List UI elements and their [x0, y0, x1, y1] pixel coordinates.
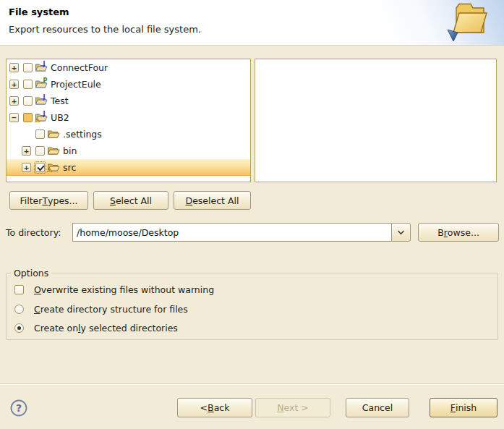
option-label: Create only selected directories [34, 323, 178, 334]
tree-row[interactable]: .settings [7, 126, 250, 143]
svg-text:P: P [43, 77, 48, 84]
footer-separator [0, 383, 504, 385]
options-group: Options Overwrite existing files without… [6, 273, 498, 340]
checkbox-grayed[interactable] [23, 113, 33, 122]
button-label: elect All [116, 195, 152, 206]
button-label: < [200, 402, 208, 413]
svg-text:?: ? [16, 402, 22, 414]
page-subtitle: Export resources to the local file syste… [9, 24, 201, 35]
create-structure-option[interactable]: Create directory structure for files [14, 304, 188, 315]
java-project-folder-warning-icon: J [35, 111, 48, 124]
tree-item-label: ProjectEule [51, 79, 101, 90]
to-directory-label: To directory: [6, 227, 61, 238]
button-label: eselect All [192, 195, 239, 206]
folder-icon [47, 144, 60, 158]
export-folder-icon [447, 1, 487, 46]
button-label: B [208, 402, 214, 413]
help-button[interactable]: ? [9, 399, 28, 417]
checkbox[interactable] [14, 285, 24, 294]
expand-icon[interactable]: + [22, 146, 31, 156]
button-label: ypes... [48, 195, 77, 206]
button-label: Filter [20, 195, 42, 206]
svg-text:J: J [43, 61, 46, 67]
folder-warning-icon [47, 161, 60, 174]
tree-row[interactable]: + J ConnectFour [7, 59, 250, 76]
back-button[interactable]: < Back [177, 398, 252, 417]
checkbox-checked[interactable] [35, 163, 45, 172]
checkbox[interactable] [35, 129, 45, 139]
radio-button[interactable] [14, 305, 24, 314]
tree-item-label: ConnectFour [51, 62, 108, 73]
tree-row-selected[interactable]: + src [7, 159, 250, 176]
tree-row[interactable]: + bin [7, 143, 250, 159]
help-icon: ? [9, 399, 28, 417]
deselect-all-button[interactable]: Deselect All [174, 191, 251, 210]
tree-item-label: .settings [63, 129, 102, 140]
overwrite-option[interactable]: Overwrite existing files without warning [14, 284, 214, 295]
wizard-header: File system Export resources to the loca… [0, 0, 504, 46]
tree-item-label: UB2 [51, 112, 69, 123]
button-label: ack [214, 402, 230, 413]
button-label: Cancel [362, 402, 393, 413]
folder-icon [47, 127, 60, 141]
expand-icon[interactable]: + [9, 80, 19, 89]
button-label: B [437, 227, 444, 238]
button-label: T [42, 195, 48, 206]
option-label: Overwrite existing files without warning [34, 284, 214, 295]
java-project-folder-icon: J [35, 61, 48, 75]
checkbox[interactable] [35, 146, 45, 156]
checkbox[interactable] [23, 80, 33, 89]
button-label: N [277, 402, 283, 413]
combo-dropdown-button[interactable] [391, 223, 411, 242]
create-selected-option[interactable]: Create only selected directories [14, 323, 178, 334]
button-label: owse... [448, 227, 479, 238]
tree-item-label: bin [63, 145, 77, 156]
java-project-folder-icon: J [35, 94, 48, 108]
chevron-down-icon [397, 230, 405, 235]
option-label: Create directory structure for files [34, 304, 188, 315]
options-legend: Options [11, 268, 51, 279]
button-label: F [450, 402, 456, 413]
resource-tree: + J ConnectFour + P ProjectEule + [6, 59, 251, 182]
radio-button-selected[interactable] [14, 323, 24, 333]
finish-button[interactable]: Finish [430, 398, 497, 417]
destination-input[interactable] [72, 223, 391, 242]
expand-icon[interactable]: + [9, 63, 19, 72]
button-label: S [110, 195, 116, 206]
page-title: File system [9, 7, 69, 17]
svg-text:J: J [43, 94, 46, 101]
project-folder-icon: P [35, 77, 48, 91]
tree-row[interactable]: + P ProjectEule [7, 76, 250, 93]
tree-row[interactable]: + J Test [7, 93, 250, 109]
tree-row[interactable]: − J UB2 [7, 109, 250, 126]
next-button[interactable]: Next > [255, 398, 330, 417]
button-label: D [186, 195, 193, 206]
button-label: ext > [284, 402, 309, 413]
filter-types-button[interactable]: Filter Types... [9, 191, 88, 210]
cancel-button[interactable]: Cancel [346, 398, 409, 417]
expand-icon[interactable]: + [9, 96, 19, 106]
button-label: inish [456, 402, 477, 413]
collapse-icon[interactable]: − [9, 113, 19, 122]
browse-button[interactable]: Browse... [418, 223, 499, 242]
checkbox[interactable] [23, 96, 33, 106]
tree-item-label: Test [51, 95, 69, 106]
svg-text:J: J [43, 111, 46, 117]
file-list-panel[interactable] [255, 59, 497, 182]
tree-item-label: src [63, 162, 76, 173]
expand-icon[interactable]: + [22, 163, 31, 172]
checkbox[interactable] [23, 63, 33, 72]
select-all-button[interactable]: Select All [93, 191, 168, 210]
